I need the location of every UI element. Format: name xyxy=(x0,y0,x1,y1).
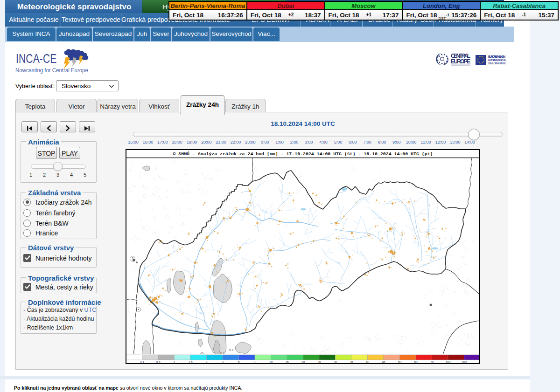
svg-text:70: 70 xyxy=(430,360,434,364)
svg-text:35: 35 xyxy=(350,360,353,364)
svg-text:0.1: 0.1 xyxy=(220,351,225,355)
svg-text:2: 2 xyxy=(206,360,208,364)
svg-text:7: 7 xyxy=(254,360,256,364)
svg-text:45: 45 xyxy=(382,360,385,364)
svg-text:40: 40 xyxy=(366,360,370,364)
svg-text:10: 10 xyxy=(269,360,273,364)
svg-text:© SHMÚ - Analýza zrážok za 24: © SHMÚ - Analýza zrážok za 24 hod [mm] -… xyxy=(173,151,433,157)
svg-text:60: 60 xyxy=(414,360,418,364)
svg-text:EUROPEAN UNION: EUROPEAN UNION xyxy=(488,55,505,58)
svg-text:0.5: 0.5 xyxy=(156,360,160,364)
svg-text:0.1: 0.1 xyxy=(140,360,144,364)
svg-text:EUROPEAN REGIONAL: EUROPEAN REGIONAL xyxy=(488,59,506,62)
svg-text:25: 25 xyxy=(317,360,321,364)
svg-text:15: 15 xyxy=(285,360,289,364)
svg-text:EUROPE: EUROPE xyxy=(451,58,470,65)
svg-text:300: 300 xyxy=(462,360,467,364)
svg-text:DEVELOPMENT FUND: DEVELOPMENT FUND xyxy=(488,62,506,65)
svg-text:0.1: 0.1 xyxy=(229,348,234,351)
svg-text:30: 30 xyxy=(334,360,337,364)
svg-text:100: 100 xyxy=(446,360,451,364)
svg-text:1.5: 1.5 xyxy=(188,360,192,364)
svg-text:5: 5 xyxy=(238,360,240,364)
svg-text:3: 3 xyxy=(222,360,224,364)
svg-text:1: 1 xyxy=(174,360,175,364)
svg-text:20: 20 xyxy=(301,360,305,364)
svg-text:50: 50 xyxy=(398,360,402,364)
